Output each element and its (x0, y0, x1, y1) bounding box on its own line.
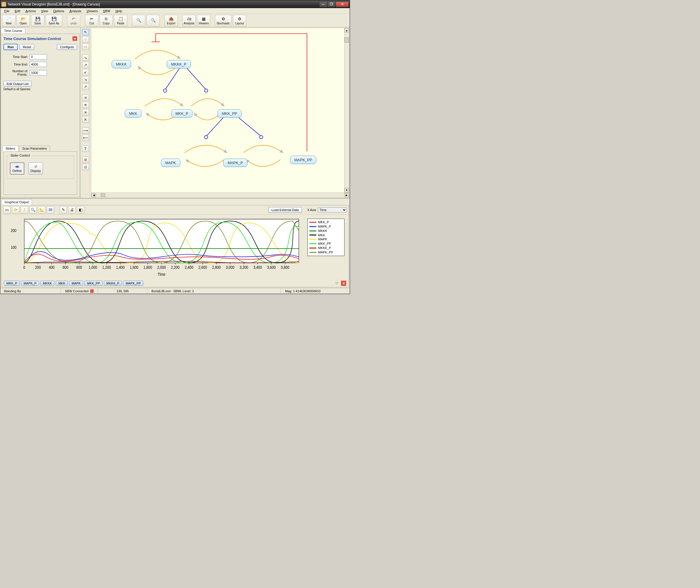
load-external-data-button[interactable]: Load External Data (268, 207, 302, 213)
svg-text:0: 0 (23, 265, 25, 270)
menu-edit[interactable]: Edit (12, 9, 23, 13)
time-start-label: Time Start (3, 55, 30, 59)
chart-plot[interactable]: 200 100 02004006008001,0001,2001,4001,60… (6, 217, 305, 277)
series-btn-MAPK_P[interactable]: MAPK_P (21, 281, 39, 286)
configure-button[interactable]: Configure (57, 44, 77, 50)
legend-MKK: MKK (309, 233, 342, 237)
compartment-tool[interactable]: ▭ (82, 43, 89, 50)
node-mkk[interactable]: MKK (125, 109, 142, 118)
chart-tool-options[interactable]: ◧ (77, 206, 84, 214)
node-mkk-p[interactable]: MKK_P (171, 109, 193, 118)
reaction-tool-5[interactable]: ↗ (82, 84, 89, 90)
chart-tool-3d[interactable]: 3D (47, 206, 54, 214)
menu-sbw[interactable]: SBW (101, 9, 113, 13)
Save As-toolbutton[interactable]: 💾Save As (46, 15, 62, 26)
series-btn-MKKK_P[interactable]: MKKK_P (104, 281, 122, 286)
chart-tool-refresh[interactable]: ⟳ (12, 206, 19, 214)
canvas-hscrollbar[interactable]: ◀▶ (91, 193, 349, 197)
reaction-tool-1[interactable]: ↘ (82, 55, 89, 61)
display-slider-button[interactable]: ⇄ Display (28, 162, 43, 175)
drawing-canvas[interactable]: MKKK MKKK_P MKK MKK_P MKK_PP MAPK MAPK_P… (91, 28, 349, 193)
menu-actions[interactable]: Actions (23, 9, 38, 13)
Save-icon: 💾 (35, 16, 40, 21)
series-btn-MKKK[interactable]: MKKK (40, 281, 55, 286)
reaction-tool-11[interactable]: ⟵ (82, 135, 89, 141)
reaction-tool-9[interactable]: ⤪ (82, 116, 89, 123)
New-toolbutton[interactable]: 📄New (2, 15, 15, 26)
series-options-button[interactable]: ▽ (334, 281, 339, 286)
tab-time-course[interactable]: Time Course (1, 28, 26, 34)
node-mkkk[interactable]: MKKK (112, 60, 131, 68)
reaction-tool-6[interactable]: ⤨ (82, 95, 89, 101)
ungroup-tool[interactable]: ⊟ (82, 164, 89, 170)
chart-tool-zoom[interactable]: 🔍 (29, 206, 37, 214)
species-tool[interactable]: ⁘ (82, 36, 89, 43)
edit-output-list-button[interactable]: Edit Output List (3, 81, 32, 87)
reaction-tool-3[interactable]: ↙ (82, 69, 89, 75)
chart-tool-edit[interactable]: ✎ (59, 206, 67, 214)
time-start-input[interactable] (30, 54, 47, 59)
Paste-toolbutton[interactable]: 📋Paste (114, 15, 127, 26)
menu-file[interactable]: File (2, 9, 12, 13)
menu-options[interactable]: Options (51, 9, 66, 13)
series-delete-button[interactable]: ✕ (341, 281, 346, 286)
reset-button[interactable]: Reset (19, 44, 34, 50)
menu-help[interactable]: Help (113, 9, 124, 13)
Cut-toolbutton[interactable]: ✂Cut (85, 15, 98, 26)
Viewers-toolbutton[interactable]: ▦Viewers (197, 15, 210, 26)
sbw-status-icon (90, 289, 94, 293)
time-end-input[interactable] (30, 62, 47, 67)
minimize-button[interactable]: — (320, 2, 327, 7)
num-points-input[interactable] (30, 70, 47, 75)
run-button[interactable]: Run (3, 44, 18, 50)
reaction-tool-10[interactable]: ⟶ (82, 127, 89, 134)
Layout-toolbutton[interactable]: ⚙Layout (233, 15, 246, 26)
node-mkk-pp[interactable]: MKK_PP (217, 109, 242, 118)
group-tool[interactable]: ⊞ (82, 157, 89, 163)
panel-close-button[interactable]: ✕ (72, 36, 77, 41)
chart-tool-select[interactable]: ▭ (3, 206, 11, 214)
menu-analysis[interactable]: Analysis (67, 9, 84, 13)
series-btn-MKK_PP[interactable]: MKK_PP (84, 281, 103, 286)
window-title: Network Visual Designer [BorisEJB.xml] -… (8, 2, 320, 6)
titlebar[interactable]: Network Visual Designer [BorisEJB.xml] -… (0, 0, 350, 8)
canvas-vscrollbar[interactable]: ▲▼ (344, 28, 349, 193)
svg-text:Time: Time (158, 272, 165, 277)
Export-toolbutton[interactable]: 📤Export (164, 15, 178, 26)
bottom-panel: Graphical Output ▭ ⟳ ⤴ 🔍 📐 3D ✎ 🖨 ◧ Load… (0, 198, 350, 288)
close-button[interactable]: ✕ (336, 2, 349, 7)
reaction-tool-7[interactable]: ⤧ (82, 102, 89, 108)
tab-sliders[interactable]: Sliders (2, 146, 19, 151)
series-btn-MAPK_PP[interactable]: MAPK_PP (123, 281, 143, 286)
reaction-tool-2[interactable]: ↗ (82, 62, 89, 68)
Save-toolbutton[interactable]: 💾Save (31, 15, 44, 26)
node-mkkk-p[interactable]: MKKK_P (167, 60, 191, 68)
chart-tool-axis[interactable]: 📐 (38, 206, 46, 214)
node-mapk[interactable]: MAPK (161, 159, 180, 167)
define-slider-button[interactable]: ◀▶ Define (10, 162, 24, 175)
text-tool[interactable]: T (82, 146, 89, 152)
pointer-tool[interactable]: ↖ (82, 29, 89, 35)
tab-graphical-output[interactable]: Graphical Output (1, 199, 32, 205)
zoom-toolbutton[interactable]: 🔍 (146, 15, 160, 26)
Stochastic-toolbutton[interactable]: ⚙Stochastic (215, 15, 232, 26)
undo-toolbutton[interactable]: ↶undo (67, 15, 80, 26)
xaxis-select[interactable]: Time (318, 207, 347, 213)
maximize-button[interactable]: ❐ (328, 2, 335, 7)
menu-viewers[interactable]: Viewers (84, 9, 100, 13)
tab-scan-parameters[interactable]: Scan Parameters (19, 146, 50, 151)
reaction-tool-8[interactable]: ⤩ (82, 109, 89, 115)
zoom-toolbutton[interactable]: 🔍 (132, 15, 145, 26)
series-btn-MAPK[interactable]: MAPK (69, 281, 83, 286)
node-mapk-p[interactable]: MAPK_P (223, 159, 247, 167)
node-mapk-pp[interactable]: MAPK_PP (290, 156, 316, 164)
Analysis-toolbutton[interactable]: √αAnalysis (182, 15, 196, 26)
chart-tool-print[interactable]: 🖨 (68, 206, 76, 214)
series-btn-MKK[interactable]: MKK (56, 281, 68, 286)
reaction-tool-4[interactable]: ↘ (82, 76, 89, 83)
Copy-toolbutton[interactable]: ⎘Copy (99, 15, 113, 26)
Open-toolbutton[interactable]: 📂Open (17, 15, 30, 26)
chart-tool-reset[interactable]: ⤴ (21, 206, 28, 214)
series-btn-MKK_P[interactable]: MKK_P (4, 281, 20, 286)
menu-view[interactable]: View (39, 9, 50, 13)
